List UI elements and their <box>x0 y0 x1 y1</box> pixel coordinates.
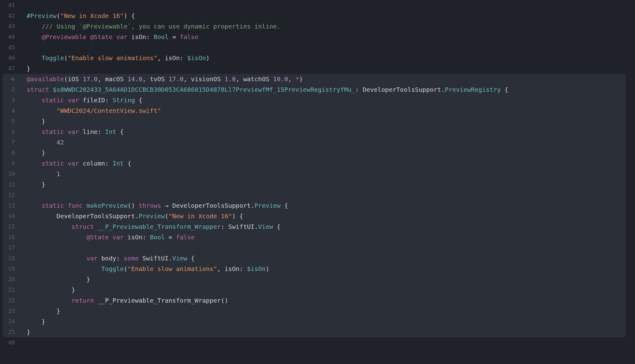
code-content[interactable]: static var column: Int { <box>20 158 131 169</box>
code-line[interactable]: 41 <box>0 0 635 11</box>
token <box>27 33 42 41</box>
code-line[interactable]: 47} <box>0 63 635 74</box>
code-content[interactable]: struct $s8WWDC202433_5A64AD1DCCBCB30D053… <box>20 84 508 95</box>
code-line[interactable]: 16 @State var isOn: Bool = false <box>2 232 626 242</box>
token <box>64 96 68 104</box>
token: ) { <box>124 12 135 20</box>
line-number: 20 <box>2 274 20 285</box>
code-line[interactable]: 48 <box>0 337 635 348</box>
code-content[interactable]: /// Using `@Previewable`, you can use dy… <box>20 21 281 32</box>
code-content[interactable]: @State var isOn: Bool = false <box>20 232 195 242</box>
token: } <box>27 181 45 188</box>
code-content[interactable]: @available(iOS 17.0, macOS 14.0, tvOS 17… <box>20 74 303 84</box>
code-line[interactable]: 21 } <box>2 285 626 295</box>
code-line[interactable]: 23 } <box>2 306 626 316</box>
code-content[interactable]: Toggle("Enable slow animations", isOn: $… <box>20 53 210 63</box>
code-line[interactable]: 9 static var column: Int { <box>2 158 626 169</box>
token <box>27 297 72 304</box>
token <box>27 233 87 241</box>
token: 1.0 <box>224 75 236 83</box>
code-content[interactable]: } <box>20 116 45 127</box>
code-content[interactable]: struct __P_Previewable_Transform_Wrapper… <box>20 221 281 232</box>
line-number: 43 <box>0 21 20 32</box>
code-line[interactable]: 20 } <box>2 274 626 285</box>
code-line[interactable]: 11 } <box>2 179 626 190</box>
code-content[interactable]: } <box>20 179 45 190</box>
code-line[interactable]: 2struct $s8WWDC202433_5A64AD1DCCBCB30D05… <box>2 84 626 95</box>
code-line[interactable]: 22 return __P_Previewable_Transform_Wrap… <box>2 295 626 306</box>
token: isOn: <box>124 233 150 241</box>
code-content[interactable]: } <box>20 63 30 74</box>
code-line[interactable]: 18 var body: some SwiftUI.View { <box>2 253 626 264</box>
code-content[interactable]: static var line: Int { <box>20 127 124 137</box>
code-line[interactable]: 24 } <box>2 316 626 327</box>
code-content[interactable]: static var fileID: String { <box>20 95 142 105</box>
code-content[interactable]: "WWDC2024/ContentView.swift" <box>20 105 161 116</box>
code-content[interactable]: } <box>20 327 30 337</box>
code-line[interactable]: 46 Toggle("Enable slow animations", isOn… <box>0 53 635 63</box>
code-content[interactable]: 1 <box>20 169 60 179</box>
code-content[interactable]: } <box>20 148 45 158</box>
line-number: 9 <box>2 158 20 169</box>
token: "WWDC2024/ContentView.swift" <box>56 107 161 114</box>
code-content[interactable]: return __P_Previewable_Transform_Wrapper… <box>20 295 228 306</box>
code-line[interactable]: 44 @Previewable @State var isOn: Bool = … <box>0 32 635 42</box>
code-line[interactable]: 43 /// Using `@Previewable`, you can use… <box>0 21 635 32</box>
line-number: 3 <box>2 95 20 105</box>
code-line[interactable]: 12 <box>2 190 626 200</box>
code-line[interactable]: 14 DeveloperToolsSupport.Preview("New in… <box>2 211 626 221</box>
code-content[interactable]: } <box>20 306 60 316</box>
code-line[interactable]: 5 } <box>2 116 626 127</box>
code-line[interactable]: 7 42 <box>2 137 626 148</box>
code-line[interactable]: 45 <box>0 42 635 53</box>
code-content[interactable]: DeveloperToolsSupport.Preview("New in Xc… <box>20 211 243 221</box>
code-line[interactable]: ⊗@available(iOS 17.0, macOS 14.0, tvOS 1… <box>2 74 626 84</box>
token: , <box>288 75 295 83</box>
token: { <box>187 255 195 262</box>
token: View <box>258 223 273 230</box>
code-content[interactable]: Toggle("Enable slow animations", isOn: $… <box>20 264 269 274</box>
code-line[interactable]: 13 static func makePreview() throws → De… <box>2 200 626 211</box>
token: "New in Xcode 16" <box>60 12 124 20</box>
token: { <box>135 96 142 104</box>
token: ) <box>206 54 210 62</box>
code-content[interactable]: static func makePreview() throws → Devel… <box>20 200 288 211</box>
token: $isOn <box>247 265 265 273</box>
code-content[interactable]: 42 <box>20 137 64 148</box>
token <box>27 139 56 146</box>
line-number: 44 <box>0 32 20 42</box>
code-line[interactable]: 17 <box>2 242 626 253</box>
code-line[interactable]: 6 static var line: Int { <box>2 127 626 137</box>
token <box>27 255 87 262</box>
code-content[interactable]: } <box>20 274 90 285</box>
token: @State <box>87 233 109 241</box>
token <box>27 54 42 62</box>
code-content[interactable]: } <box>20 316 45 327</box>
token: } <box>27 118 45 125</box>
token: { <box>281 202 288 209</box>
code-line[interactable]: 10 1 <box>2 169 626 179</box>
code-line[interactable]: 8 } <box>2 148 626 158</box>
token: ( <box>124 265 127 273</box>
code-content[interactable]: #Preview("New in Xcode 16") { <box>20 11 135 21</box>
code-line[interactable]: 19 Toggle("Enable slow animations", isOn… <box>2 264 626 274</box>
close-circle-icon[interactable]: ⊗ <box>11 74 14 84</box>
token: = <box>169 33 180 41</box>
code-line[interactable]: 42#Preview("New in Xcode 16") { <box>0 11 635 21</box>
token: , isOn: <box>217 265 247 273</box>
token: makePreview <box>87 202 127 209</box>
code-content[interactable]: @Previewable @State var isOn: Bool = fal… <box>20 32 198 42</box>
code-line[interactable]: 25} <box>2 327 626 337</box>
token: false <box>176 233 195 241</box>
code-editor[interactable]: 4142#Preview("New in Xcode 16") {43 /// … <box>0 0 635 364</box>
code-line[interactable]: 4 "WWDC2024/ContentView.swift" <box>2 105 626 116</box>
line-number: 10 <box>2 169 20 179</box>
code-line[interactable]: 15 struct __P_Previewable_Transform_Wrap… <box>2 221 626 232</box>
token: ( <box>165 212 169 220</box>
code-line[interactable]: 3 static var fileID: String { <box>2 95 626 105</box>
line-number: ⊗ <box>2 74 20 84</box>
code-content[interactable]: } <box>20 285 75 295</box>
token: } <box>27 286 75 294</box>
line-number: 12 <box>2 190 20 200</box>
code-content[interactable]: var body: some SwiftUI.View { <box>20 253 195 264</box>
